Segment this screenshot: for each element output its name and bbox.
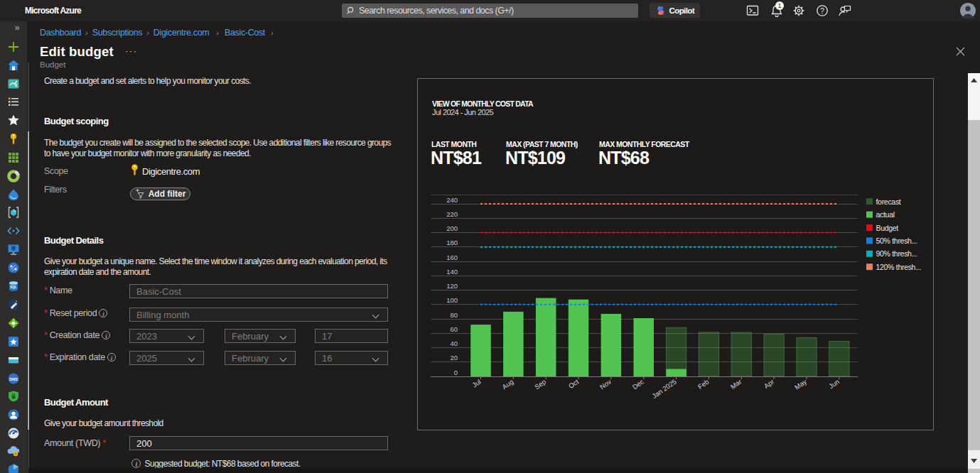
svg-text:DNS: DNS <box>9 376 18 381</box>
svg-text:20: 20 <box>450 354 458 361</box>
svg-text:Jul: Jul <box>470 378 482 389</box>
svg-text:80: 80 <box>450 311 458 319</box>
svg-text:Aug: Aug <box>500 378 515 391</box>
svg-text:0: 0 <box>454 369 458 376</box>
svg-text:?: ? <box>820 6 824 15</box>
svg-text:actual: actual <box>876 210 895 219</box>
svg-text:180: 180 <box>446 239 458 246</box>
svg-text:Apr: Apr <box>763 378 775 390</box>
svg-text:Feb: Feb <box>696 378 711 391</box>
svg-text:100: 100 <box>446 296 458 304</box>
svg-text:Sep: Sep <box>533 378 547 391</box>
svg-text:160: 160 <box>446 254 458 261</box>
svg-text:forecast: forecast <box>876 197 901 206</box>
svg-text:Oct: Oct <box>567 377 581 390</box>
svg-text:90% thresh...: 90% thresh... <box>876 249 917 258</box>
svg-text:120% thresh...: 120% thresh... <box>876 263 922 271</box>
svg-text:Dec: Dec <box>631 377 645 391</box>
svg-text:220: 220 <box>446 210 458 218</box>
svg-text:200: 200 <box>446 224 458 232</box>
svg-text:240: 240 <box>446 196 458 204</box>
svg-text:Nov: Nov <box>598 377 613 391</box>
svg-text:50% thresh...: 50% thresh... <box>876 236 917 245</box>
svg-text:120: 120 <box>446 282 458 290</box>
svg-text:140: 140 <box>446 268 458 276</box>
svg-text:Jun: Jun <box>827 378 841 391</box>
svg-text:SQL: SQL <box>10 286 17 289</box>
svg-text:May: May <box>793 377 808 391</box>
svg-text:Jan 2025: Jan 2025 <box>650 378 677 400</box>
svg-text:60: 60 <box>450 325 458 333</box>
svg-text:Budget: Budget <box>876 224 899 232</box>
svg-text:40: 40 <box>450 339 458 347</box>
svg-text:Mar: Mar <box>729 378 743 391</box>
